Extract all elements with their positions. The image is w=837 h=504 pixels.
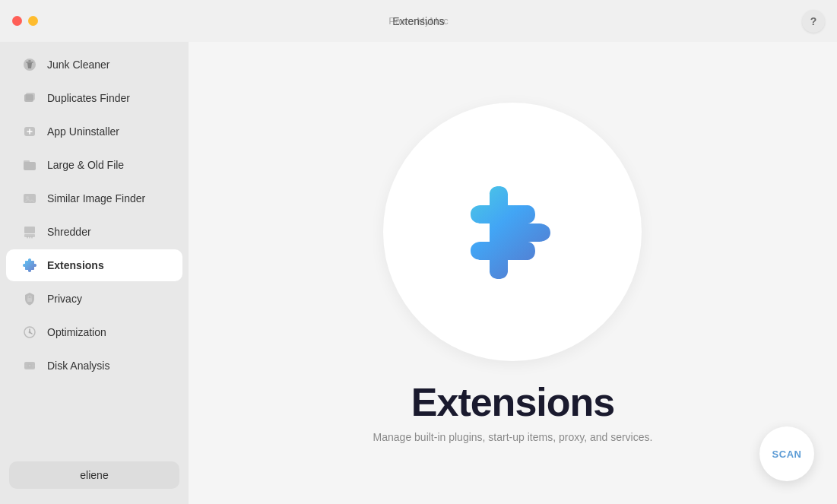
extensions-puzzle-icon — [444, 163, 581, 300]
sidebar-item-extensions[interactable]: Extensions — [6, 249, 182, 281]
help-button[interactable]: ? — [802, 10, 825, 33]
app-uninstaller-icon — [21, 123, 38, 140]
sidebar-label-junk-cleaner: Junk Cleaner — [47, 59, 110, 71]
scan-button[interactable]: SCAN — [759, 426, 814, 481]
sidebar: Junk Cleaner Duplicates Finder App Unins… — [0, 42, 189, 504]
sidebar-item-duplicates-finder[interactable]: Duplicates Finder — [6, 82, 182, 114]
sidebar-item-junk-cleaner[interactable]: Junk Cleaner — [6, 49, 182, 81]
content-subtitle: Manage built-in plugins, start-up items,… — [373, 431, 653, 443]
similar-image-finder-icon — [21, 190, 38, 207]
content-title: Extensions — [411, 379, 614, 425]
sidebar-label-disk-analysis: Disk Analysis — [47, 360, 109, 372]
sidebar-item-optimization[interactable]: Optimization — [6, 316, 182, 348]
svg-rect-5 — [24, 160, 30, 163]
header-title: Extensions — [392, 15, 444, 27]
close-button[interactable] — [12, 16, 22, 26]
sidebar-label-app-uninstaller: App Uninstaller — [47, 125, 119, 138]
traffic-lights — [12, 16, 38, 26]
user-button[interactable]: eliene — [9, 461, 179, 489]
svg-rect-10 — [27, 298, 32, 302]
minimize-button[interactable] — [28, 16, 38, 26]
content-area: Extensions Manage built-in plugins, star… — [189, 42, 837, 504]
main-icon-circle — [383, 103, 642, 361]
sidebar-item-large-old-file[interactable]: Large & Old File — [6, 149, 182, 181]
titlebar: PowerMyMac Extensions ? — [0, 0, 837, 42]
shredder-icon — [21, 223, 38, 240]
svg-rect-2 — [26, 93, 35, 100]
junk-cleaner-icon — [21, 56, 38, 73]
large-old-file-icon — [21, 157, 38, 173]
extensions-icon — [21, 257, 38, 274]
sidebar-item-similar-image-finder[interactable]: Similar Image Finder — [6, 182, 182, 214]
optimization-icon — [21, 324, 38, 341]
disk-analysis-icon — [21, 357, 38, 374]
sidebar-item-privacy[interactable]: Privacy — [6, 283, 182, 315]
main-layout: Junk Cleaner Duplicates Finder App Unins… — [0, 42, 837, 504]
sidebar-item-disk-analysis[interactable]: Disk Analysis — [6, 350, 182, 382]
sidebar-label-duplicates-finder: Duplicates Finder — [47, 92, 130, 104]
sidebar-label-similar-image-finder: Similar Image Finder — [47, 192, 145, 204]
sidebar-label-privacy: Privacy — [47, 293, 82, 305]
sidebar-item-shredder[interactable]: Shredder — [6, 216, 182, 248]
sidebar-label-optimization: Optimization — [47, 326, 106, 338]
sidebar-item-app-uninstaller[interactable]: App Uninstaller — [6, 116, 182, 147]
svg-point-7 — [26, 196, 29, 199]
sidebar-label-large-old-file: Large & Old File — [47, 159, 124, 171]
svg-point-15 — [29, 365, 30, 366]
svg-rect-8 — [24, 227, 35, 233]
duplicates-finder-icon — [21, 90, 38, 106]
sidebar-label-shredder: Shredder — [47, 226, 91, 238]
sidebar-label-extensions: Extensions — [47, 259, 104, 271]
content-inner: Extensions Manage built-in plugins, star… — [373, 103, 653, 443]
svg-point-12 — [29, 331, 31, 334]
sidebar-footer: eliene — [0, 452, 189, 498]
privacy-icon — [21, 290, 38, 307]
